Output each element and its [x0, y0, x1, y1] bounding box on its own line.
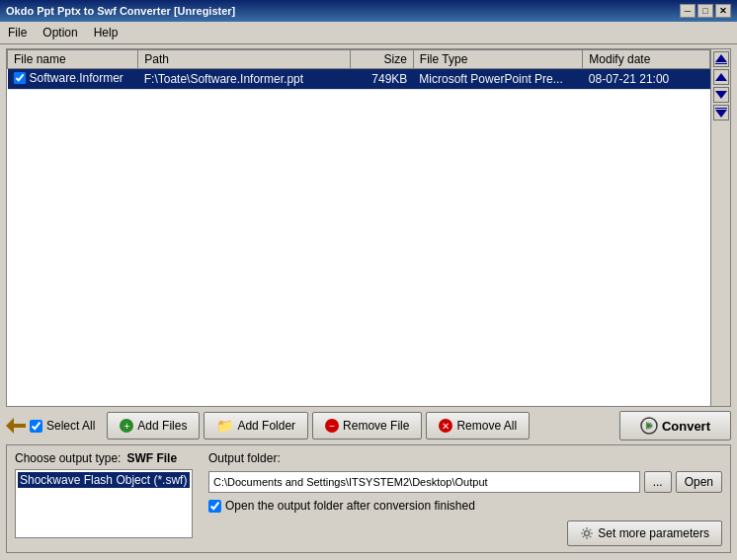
- col-filetype: File Type: [413, 50, 582, 69]
- choose-type-label: Choose output type:: [15, 451, 121, 465]
- svg-marker-0: [715, 54, 727, 62]
- scroll-top-button[interactable]: [713, 51, 729, 67]
- svg-marker-2: [715, 73, 727, 81]
- menu-help[interactable]: Help: [86, 24, 126, 41]
- select-all-container: Select All: [6, 418, 95, 434]
- output-type-header: Choose output type: SWF File: [15, 451, 193, 465]
- add-folder-button[interactable]: 📁 Add Folder: [204, 412, 308, 440]
- svg-marker-6: [6, 418, 26, 434]
- title-bar: Okdo Ppt Pptx to Swf Converter [Unregist…: [0, 0, 737, 22]
- svg-marker-3: [715, 91, 727, 99]
- back-icon: [6, 418, 26, 434]
- output-section: Choose output type: SWF File Shockwave F…: [6, 444, 731, 553]
- svg-marker-4: [715, 110, 727, 118]
- svg-rect-5: [715, 108, 727, 109]
- file-table-wrapper[interactable]: File name Path Size File Type Modify dat…: [7, 49, 710, 406]
- remove-all-icon: ✕: [439, 419, 452, 433]
- cell-path: F:\Toate\Software.Informer.ppt: [138, 69, 350, 90]
- col-path: Path: [138, 50, 350, 69]
- main-content: File name Path Size File Type Modify dat…: [0, 44, 737, 557]
- set-params-label: Set more parameters: [598, 526, 709, 540]
- cell-date: 08-07-21 21:00: [583, 69, 710, 90]
- convert-icon: [640, 417, 658, 435]
- svg-line-15: [590, 536, 591, 537]
- convert-button[interactable]: Convert: [619, 411, 731, 440]
- gear-icon: [580, 526, 594, 540]
- scroll-buttons: [710, 49, 730, 406]
- file-table-container: File name Path Size File Type Modify dat…: [6, 48, 731, 407]
- maximize-button[interactable]: □: [697, 4, 713, 18]
- app-title: Okdo Ppt Pptx to Swf Converter [Unregist…: [6, 5, 235, 17]
- scroll-down-button[interactable]: [713, 87, 729, 103]
- remove-file-icon: −: [325, 419, 339, 433]
- scroll-bottom-button[interactable]: [713, 105, 729, 120]
- output-type-list[interactable]: Shockwave Flash Object (*.swf): [15, 469, 193, 538]
- add-files-icon: +: [120, 419, 133, 433]
- type-list-item[interactable]: Shockwave Flash Object (*.swf): [18, 472, 190, 488]
- menu-option[interactable]: Option: [35, 24, 85, 41]
- scroll-up-button[interactable]: [713, 69, 729, 85]
- remove-file-button[interactable]: − Remove File: [312, 412, 422, 440]
- output-path-input[interactable]: [208, 471, 640, 493]
- open-after-row: Open the output folder after conversion …: [208, 499, 722, 513]
- action-row: Select All + Add Files 📁 Add Folder − Re…: [6, 411, 731, 440]
- cell-filename: Software.Informer: [8, 69, 138, 90]
- cell-filetype: Microsoft PowerPoint Pre...: [413, 69, 582, 90]
- menu-file[interactable]: File: [0, 24, 35, 41]
- minimize-button[interactable]: ─: [680, 4, 696, 18]
- svg-line-14: [583, 529, 584, 530]
- select-all-checkbox[interactable]: [30, 420, 42, 433]
- cell-size: 749KB: [350, 69, 413, 90]
- open-after-checkbox[interactable]: [208, 500, 221, 513]
- col-modifydate: Modify date: [583, 50, 710, 69]
- select-all-label: Select All: [46, 419, 95, 433]
- output-type-box: Choose output type: SWF File Shockwave F…: [15, 451, 193, 546]
- open-button[interactable]: Open: [676, 471, 722, 493]
- menu-bar: File Option Help: [0, 22, 737, 44]
- set-params-button[interactable]: Set more parameters: [567, 520, 722, 546]
- set-params-container: Set more parameters: [208, 520, 722, 546]
- close-button[interactable]: ✕: [715, 4, 731, 18]
- remove-all-button[interactable]: ✕ Remove All: [426, 412, 530, 440]
- output-folder-label: Output folder:: [208, 451, 722, 465]
- output-folder-box: Output folder: ... Open Open the output …: [208, 451, 722, 546]
- browse-button[interactable]: ...: [644, 471, 672, 493]
- title-controls: ─ □ ✕: [680, 4, 731, 18]
- open-after-label: Open the output folder after conversion …: [225, 499, 475, 513]
- svg-point-9: [585, 531, 590, 536]
- type-value: SWF File: [126, 451, 177, 465]
- row-checkbox[interactable]: [14, 72, 26, 84]
- add-folder-icon: 📁: [216, 418, 233, 434]
- col-filename: File name: [8, 50, 138, 69]
- svg-line-16: [590, 529, 591, 530]
- col-size: Size: [350, 50, 413, 69]
- output-folder-row: ... Open: [208, 471, 722, 493]
- svg-rect-1: [715, 63, 727, 64]
- file-table: File name Path Size File Type Modify dat…: [7, 49, 710, 90]
- add-files-button[interactable]: + Add Files: [107, 412, 200, 440]
- svg-line-17: [583, 536, 584, 537]
- table-row[interactable]: Software.Informer F:\Toate\Software.Info…: [8, 69, 710, 90]
